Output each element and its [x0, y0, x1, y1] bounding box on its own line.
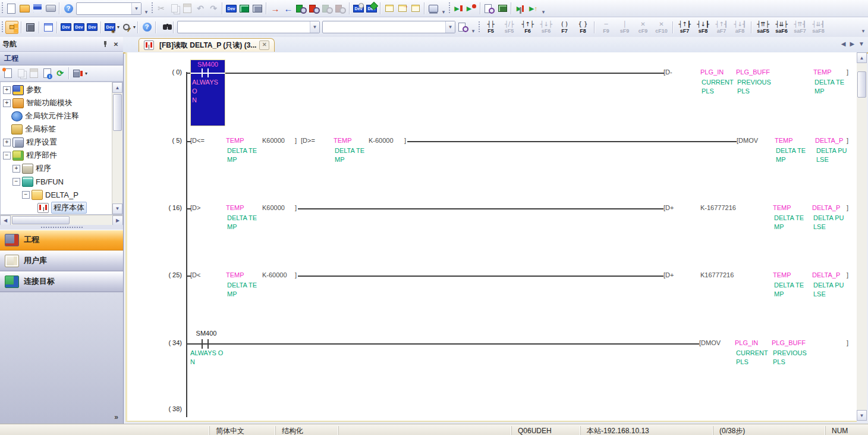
stop-watch-icon[interactable]: [466, 2, 477, 14]
device-combo[interactable]: ▼: [322, 21, 455, 33]
upload-icon[interactable]: [282, 2, 294, 14]
tab-close-icon[interactable]: ✕: [259, 40, 269, 50]
dropdown-arrow-icon[interactable]: ▾: [85, 71, 87, 76]
combo-dropdown-icon[interactable]: ▼: [131, 3, 141, 14]
navigation-toggle-icon[interactable]: [5, 21, 18, 34]
print-icon[interactable]: [45, 2, 56, 14]
ladder-rising-pulse-button[interactable]: ┤↑┠sF7: [675, 18, 694, 36]
help-icon[interactable]: [141, 21, 153, 33]
ladder-falling-pulse-close-button[interactable]: ┤⇊├saF6: [772, 18, 791, 36]
ladder-rising-pulse-branch-button[interactable]: ┤↑┨aF7: [712, 18, 731, 36]
start-watch-icon[interactable]: [452, 2, 464, 14]
ladder-falling-pulse-close-branch-button[interactable]: ┤⇊┨saF8: [809, 18, 828, 36]
ladder-closed-contact-button[interactable]: ┤/├sF5: [500, 18, 518, 36]
ladder-closed-branch-button[interactable]: ┤↓├sF6: [537, 18, 555, 36]
tree-item-pou[interactable]: −程序部件: [1, 149, 112, 162]
write-to-plc-icon[interactable]: [225, 2, 237, 14]
sampling-trace-icon[interactable]: [496, 2, 508, 14]
read-from-plc-icon[interactable]: [238, 2, 250, 14]
tab-scroll-right-icon[interactable]: ▶: [850, 40, 854, 47]
device-search-icon[interactable]: [483, 2, 495, 14]
diagnostics-icon[interactable]: [527, 2, 539, 14]
monitor-write-icon[interactable]: [335, 2, 347, 14]
scroll-down-icon[interactable]: ▼: [857, 410, 867, 421]
expander[interactable]: −: [12, 178, 20, 186]
copy-icon[interactable]: [168, 2, 180, 14]
ladder-open-branch-button[interactable]: ┤↑├F6: [518, 18, 537, 36]
toolbar-overflow-icon[interactable]: ▾: [143, 2, 150, 15]
function-block-icon[interactable]: [24, 21, 36, 33]
combo-dropdown-icon[interactable]: ▼: [445, 21, 455, 33]
toolbar-grip[interactable]: [152, 2, 153, 14]
verify-with-plc-icon[interactable]: [251, 2, 263, 14]
scroll-up-icon[interactable]: ▲: [112, 82, 122, 93]
tab-fb-delta-p[interactable]: [FB]读取 DELTA_P (只读) (3... ✕: [139, 38, 275, 52]
start-monitor-icon[interactable]: [295, 2, 307, 14]
tab-scroll-left-icon[interactable]: ◀: [841, 40, 846, 47]
refresh-icon[interactable]: [54, 67, 66, 79]
tree-vertical-scrollbar[interactable]: ▲ ▼: [112, 82, 122, 214]
tab-list-icon[interactable]: ▼: [858, 40, 864, 47]
device-monitor-on-icon[interactable]: [353, 2, 364, 14]
monitor-mode-icon[interactable]: [322, 2, 334, 14]
sort-filter-icon[interactable]: [72, 67, 84, 79]
device-display-icon[interactable]: [104, 21, 116, 33]
tree-item-parameters[interactable]: +参数: [1, 83, 112, 96]
device-comment-icon[interactable]: [60, 21, 72, 33]
download-icon[interactable]: [269, 2, 281, 14]
toolbar-grip[interactable]: [2, 2, 3, 14]
panel-splitter[interactable]: [0, 225, 123, 230]
ladder-editor[interactable]: ( 0) SM400 ALWAYS O N [D- PLG_IN CURRENT…: [125, 52, 857, 422]
pin-icon[interactable]: [100, 40, 110, 49]
ladder-coil-button[interactable]: ( )F7: [555, 18, 574, 36]
expander[interactable]: −: [3, 152, 11, 159]
scrollbar-thumb[interactable]: [113, 94, 122, 131]
tree-item-program-body[interactable]: 程序本体: [1, 201, 112, 214]
comment-icon[interactable]: [383, 2, 395, 14]
scroll-up-icon[interactable]: ▲: [857, 52, 867, 63]
ladder-vline-button[interactable]: │sF9: [615, 18, 634, 36]
selected-cell[interactable]: SM400 ALWAYS O N: [190, 60, 225, 126]
dropdown-arrow-icon[interactable]: ▾: [133, 24, 136, 30]
expander[interactable]: +: [12, 165, 20, 173]
open-project-icon[interactable]: [18, 2, 30, 14]
new-project-icon[interactable]: [5, 2, 17, 14]
project-combo[interactable]: ▼: [76, 2, 141, 15]
toolbar-overflow-icon[interactable]: ▾: [440, 2, 447, 15]
ladder-falling-pulse-branch-button[interactable]: ┤↓┨aF8: [731, 18, 749, 36]
toolbar-overflow-icon[interactable]: ▾: [860, 21, 867, 34]
ladder-application-instruction-button[interactable]: { }F8: [574, 18, 592, 36]
ladder-rising-pulse-close-button[interactable]: ┤⇈├saF5: [754, 18, 772, 36]
find-in-document-icon[interactable]: [457, 21, 469, 33]
nav-button-connection[interactable]: 连接目标: [0, 271, 123, 292]
expander[interactable]: +: [3, 99, 11, 107]
find-combo[interactable]: ▼: [177, 21, 320, 33]
output-window-icon[interactable]: [42, 21, 54, 33]
toolbar-grip[interactable]: [449, 2, 450, 14]
property-icon[interactable]: [41, 67, 53, 79]
expander[interactable]: −: [22, 191, 30, 199]
ladder-delete-hline-button[interactable]: ✕cF9: [634, 18, 652, 36]
scan-time-icon[interactable]: [514, 2, 526, 14]
redo-icon[interactable]: [207, 2, 219, 14]
ladder-falling-pulse-button[interactable]: ┤↓┠sF8: [694, 18, 712, 36]
dropdown-arrow-icon[interactable]: ▾: [117, 24, 119, 30]
tree-item-delta-p[interactable]: −DELTA_P: [1, 188, 112, 201]
expander[interactable]: +: [3, 139, 11, 146]
paste-icon[interactable]: [181, 2, 193, 14]
find-icon[interactable]: [159, 21, 171, 33]
device-find-icon[interactable]: [120, 21, 132, 33]
statement-icon[interactable]: [397, 2, 408, 14]
tree-item-global-label[interactable]: 全局标签: [1, 123, 112, 136]
tree-horizontal-scrollbar[interactable]: ◀ ▶: [0, 215, 123, 225]
note-icon[interactable]: [410, 2, 422, 14]
undo-icon[interactable]: [194, 2, 206, 14]
copy-icon[interactable]: [15, 67, 27, 79]
ladder-hline-button[interactable]: ─F9: [597, 18, 615, 36]
toolbar-grip[interactable]: [2, 21, 3, 33]
remote-operation-icon[interactable]: [427, 2, 439, 14]
stop-monitor-icon[interactable]: [309, 2, 320, 14]
ladder-delete-vline-button[interactable]: ✕cF10: [652, 18, 671, 36]
tree-item-intelligent-module[interactable]: +智能功能模块: [1, 96, 112, 109]
add-item-icon[interactable]: [2, 67, 14, 79]
